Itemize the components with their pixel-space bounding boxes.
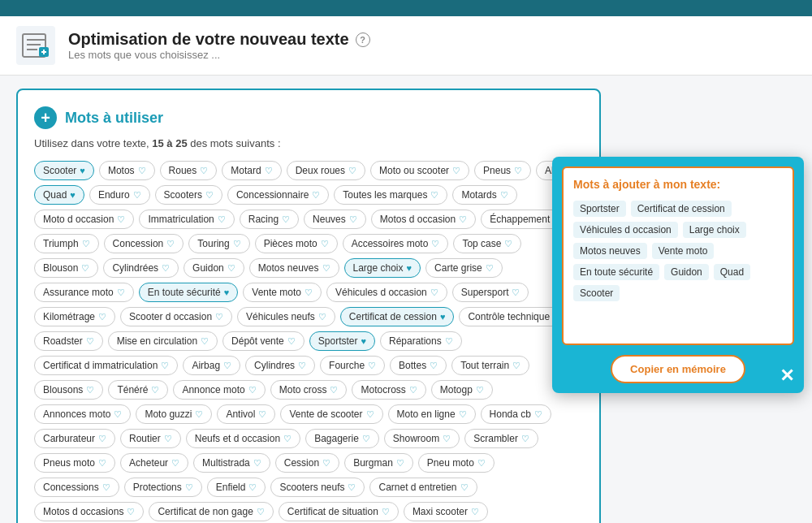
tag[interactable]: Acheteur ♡ (120, 453, 188, 473)
tag[interactable]: Carburateur ♡ (34, 429, 115, 448)
tag[interactable]: Roadster ♡ (34, 331, 103, 351)
help-icon[interactable]: ? (356, 32, 370, 47)
tag[interactable]: Certificat de situation ♡ (279, 502, 399, 521)
tag[interactable]: Moto en ligne ♡ (388, 404, 476, 424)
tag[interactable]: Accessoires moto ♡ (343, 234, 449, 253)
tag[interactable]: Airbag ♡ (183, 356, 240, 375)
tag[interactable]: Pièces moto ♡ (255, 234, 338, 253)
tag[interactable]: Blouson ♡ (34, 258, 98, 278)
tag[interactable]: Burgman ♡ (344, 453, 413, 473)
tag[interactable]: Concessions ♡ (34, 478, 119, 497)
tag[interactable]: Motocross ♡ (352, 380, 425, 400)
tag[interactable]: Motos neuves ♡ (249, 258, 339, 278)
tag[interactable]: Moto cross ♡ (270, 380, 348, 400)
tag[interactable]: Deux roues ♡ (287, 161, 365, 180)
close-button[interactable]: ✕ (780, 365, 794, 387)
tag[interactable]: Touring ♡ (188, 234, 249, 253)
tag[interactable]: Cylindrées ♡ (103, 258, 179, 278)
popup-word: Sportster (573, 201, 626, 217)
tag[interactable]: Ténéré ♡ (108, 380, 168, 400)
tag[interactable]: Triumph ♡ (34, 234, 99, 253)
tag[interactable]: Sportster ♥ (309, 331, 375, 351)
tag[interactable]: Maxi scooter ♡ (404, 502, 488, 521)
tag[interactable]: Concession ♡ (104, 234, 184, 253)
tag[interactable]: Neufs et d occasion ♡ (186, 429, 300, 448)
card-subtitle: Utilisez dans votre texte, 15 à 25 des m… (34, 137, 583, 149)
tag[interactable]: Antivol ♡ (217, 404, 275, 424)
tag[interactable]: Routier ♡ (120, 429, 181, 448)
tag[interactable]: Motards ♡ (452, 185, 516, 205)
tag[interactable]: Certificat de cession ♥ (340, 307, 455, 326)
tag[interactable]: Scooter ♥ (34, 161, 94, 180)
tag[interactable]: Quad ♥ (34, 185, 84, 205)
tag[interactable]: Moto d occasion ♡ (34, 210, 134, 229)
popup-word: Véhicules d occasion (573, 222, 678, 238)
card-title: Mots à utiliser (65, 110, 163, 127)
tag[interactable]: Honda cb ♡ (481, 404, 551, 424)
tag[interactable]: Toutes les marques ♡ (334, 185, 447, 205)
tag[interactable]: Guidon ♡ (184, 258, 244, 278)
tag[interactable]: Bottes ♡ (390, 356, 447, 375)
tag[interactable]: Vente moto ♡ (243, 283, 322, 302)
tag[interactable]: Enfield ♡ (207, 478, 266, 497)
tag[interactable]: Motos d occasions ♡ (34, 502, 144, 521)
tag[interactable]: Top case ♡ (453, 234, 521, 253)
tag[interactable]: Pneu moto ♡ (418, 453, 495, 473)
popup-word: Guidon (664, 264, 709, 280)
tag[interactable]: Tout terrain ♡ (451, 356, 529, 375)
tag[interactable]: Enduro ♡ (89, 185, 150, 205)
tag[interactable]: Fourche ♡ (320, 356, 385, 375)
header-icon (16, 26, 55, 65)
popup-btn-area: Copier en mémoire (552, 345, 804, 393)
tag[interactable]: Cession ♡ (275, 453, 339, 473)
copy-button[interactable]: Copier en mémoire (611, 355, 745, 383)
tag[interactable]: Pneus moto ♡ (34, 453, 115, 473)
tag[interactable]: Réparations ♡ (380, 331, 462, 351)
tag[interactable]: Motard ♡ (222, 161, 281, 180)
top-bar (0, 0, 812, 16)
tag[interactable]: Véhicules neufs ♡ (237, 307, 335, 326)
tag[interactable]: Motos ♡ (99, 161, 155, 180)
tag[interactable]: Blousons ♡ (34, 380, 103, 400)
tag[interactable]: Bagagerie ♡ (305, 429, 379, 448)
tag[interactable]: Annonces moto ♡ (34, 404, 131, 424)
tag[interactable]: Mise en circulation ♡ (108, 331, 218, 351)
tag[interactable]: Véhicules d occasion ♡ (326, 283, 447, 302)
tag[interactable]: Scooters neufs ♡ (270, 478, 365, 497)
tag[interactable]: Moto ou scooter ♡ (370, 161, 469, 180)
tag[interactable]: Neuves ♡ (304, 210, 366, 229)
tag[interactable]: Motos d occasion ♡ (371, 210, 476, 229)
tag[interactable]: Scrambler ♡ (464, 429, 538, 448)
header: Optimisation de votre nouveau texte ? Le… (0, 16, 812, 76)
keywords-card: + Mots à utiliser Utilisez dans votre te… (16, 89, 601, 523)
tag[interactable]: Immatriculation ♡ (139, 210, 234, 229)
tag[interactable]: Racing ♡ (240, 210, 299, 229)
tag[interactable]: Roues ♡ (160, 161, 218, 180)
tag[interactable]: Scooter d occasion ♡ (120, 307, 232, 326)
tag[interactable]: Scooters ♡ (155, 185, 222, 205)
tag[interactable]: Certificat d immatriculation ♡ (34, 356, 178, 375)
tag[interactable]: Showroom ♡ (384, 429, 460, 448)
tag[interactable]: Dépôt vente ♡ (222, 331, 304, 351)
tag[interactable]: Carnet d entretien ♡ (369, 478, 477, 497)
tag[interactable]: En toute sécurité ♥ (139, 283, 239, 302)
tag[interactable]: Motogp ♡ (431, 380, 493, 400)
tag[interactable]: Certificat de non gage ♡ (149, 502, 273, 521)
tag[interactable]: Multistrada ♡ (193, 453, 270, 473)
tag[interactable]: Moto guzzi ♡ (136, 404, 212, 424)
tag[interactable]: Pneus ♡ (474, 161, 531, 180)
popup-word: En toute sécurité (573, 264, 659, 280)
tag[interactable]: Annonce moto ♡ (173, 380, 265, 400)
tag[interactable]: Assurance moto ♡ (34, 283, 134, 302)
tag[interactable]: Carte grise ♡ (425, 258, 503, 278)
tag[interactable]: Supersport ♡ (452, 283, 529, 302)
tag[interactable]: Large choix ♥ (344, 258, 421, 278)
tag[interactable]: Concessionnaire ♡ (227, 185, 329, 205)
tag[interactable]: Kilométrage ♡ (34, 307, 115, 326)
tag[interactable]: Protections ♡ (124, 478, 202, 497)
popup-word: Quad (714, 264, 750, 280)
popup-word: Vente moto (652, 243, 715, 259)
plus-icon[interactable]: + (34, 106, 57, 129)
tag[interactable]: Cylindres ♡ (245, 356, 315, 375)
tag[interactable]: Vente de scooter ♡ (280, 404, 382, 424)
